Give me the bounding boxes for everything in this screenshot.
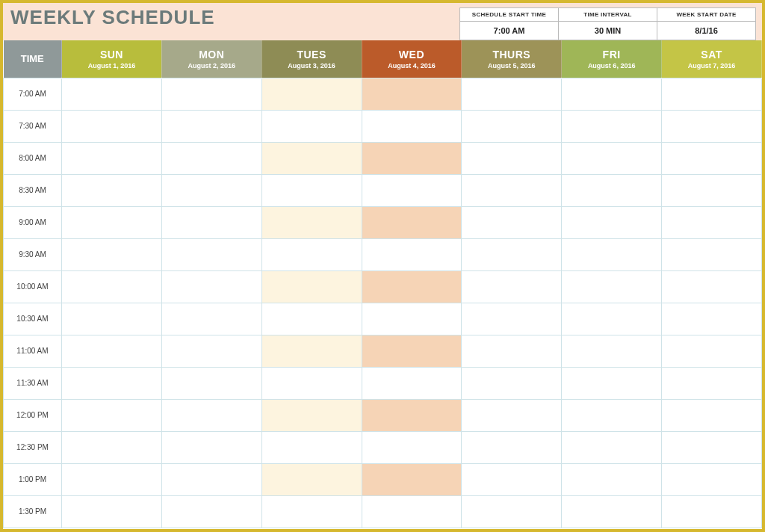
schedule-cell[interactable]	[161, 206, 261, 238]
config-value[interactable]: 8/1/16	[657, 22, 755, 40]
schedule-cell[interactable]	[462, 463, 562, 495]
schedule-cell[interactable]	[562, 335, 662, 367]
schedule-cell[interactable]	[662, 238, 762, 270]
schedule-cell[interactable]	[161, 399, 261, 431]
schedule-cell[interactable]	[562, 206, 662, 238]
schedule-cell[interactable]	[462, 206, 562, 238]
schedule-cell[interactable]	[261, 367, 362, 399]
schedule-cell[interactable]	[62, 495, 162, 528]
config-value[interactable]: 30 MIN	[559, 22, 657, 40]
schedule-cell[interactable]	[462, 495, 562, 528]
schedule-cell[interactable]	[462, 367, 562, 399]
schedule-cell[interactable]	[261, 335, 362, 367]
schedule-cell[interactable]	[362, 110, 462, 142]
schedule-cell[interactable]	[362, 206, 462, 238]
schedule-cell[interactable]	[161, 431, 261, 463]
schedule-cell[interactable]	[62, 399, 162, 431]
schedule-cell[interactable]	[662, 399, 762, 431]
schedule-cell[interactable]	[562, 399, 662, 431]
schedule-cell[interactable]	[562, 78, 662, 110]
schedule-cell[interactable]	[62, 110, 162, 142]
schedule-cell[interactable]	[62, 142, 162, 174]
schedule-cell[interactable]	[462, 399, 562, 431]
schedule-cell[interactable]	[261, 238, 362, 270]
schedule-cell[interactable]	[562, 431, 662, 463]
schedule-cell[interactable]	[62, 463, 162, 495]
schedule-cell[interactable]	[662, 174, 762, 206]
schedule-cell[interactable]	[662, 335, 762, 367]
schedule-cell[interactable]	[562, 463, 662, 495]
schedule-cell[interactable]	[662, 463, 762, 495]
schedule-cell[interactable]	[562, 142, 662, 174]
schedule-cell[interactable]	[161, 270, 261, 303]
schedule-cell[interactable]	[261, 78, 362, 110]
schedule-cell[interactable]	[161, 78, 261, 110]
schedule-cell[interactable]	[562, 495, 662, 528]
schedule-cell[interactable]	[562, 110, 662, 142]
schedule-cell[interactable]	[161, 110, 261, 142]
schedule-cell[interactable]	[662, 431, 762, 463]
schedule-cell[interactable]	[462, 303, 562, 335]
schedule-cell[interactable]	[562, 303, 662, 335]
schedule-cell[interactable]	[362, 431, 462, 463]
schedule-cell[interactable]	[261, 431, 362, 463]
schedule-cell[interactable]	[362, 303, 462, 335]
schedule-cell[interactable]	[62, 367, 162, 399]
schedule-cell[interactable]	[261, 174, 362, 206]
schedule-cell[interactable]	[662, 206, 762, 238]
schedule-cell[interactable]	[662, 142, 762, 174]
schedule-cell[interactable]	[362, 335, 462, 367]
schedule-cell[interactable]	[562, 174, 662, 206]
schedule-cell[interactable]	[462, 142, 562, 174]
schedule-cell[interactable]	[362, 142, 462, 174]
schedule-cell[interactable]	[261, 270, 362, 303]
schedule-cell[interactable]	[562, 270, 662, 303]
schedule-cell[interactable]	[662, 270, 762, 303]
schedule-cell[interactable]	[362, 238, 462, 270]
schedule-cell[interactable]	[261, 303, 362, 335]
schedule-cell[interactable]	[462, 335, 562, 367]
schedule-cell[interactable]	[662, 110, 762, 142]
schedule-cell[interactable]	[462, 174, 562, 206]
schedule-cell[interactable]	[161, 238, 261, 270]
schedule-cell[interactable]	[161, 367, 261, 399]
schedule-cell[interactable]	[62, 238, 162, 270]
schedule-cell[interactable]	[62, 206, 162, 238]
schedule-cell[interactable]	[161, 335, 261, 367]
schedule-cell[interactable]	[62, 335, 162, 367]
schedule-cell[interactable]	[462, 238, 562, 270]
config-value[interactable]: 7:00 AM	[460, 22, 558, 40]
schedule-cell[interactable]	[662, 495, 762, 528]
schedule-cell[interactable]	[161, 463, 261, 495]
schedule-cell[interactable]	[161, 142, 261, 174]
schedule-cell[interactable]	[62, 303, 162, 335]
schedule-cell[interactable]	[261, 399, 362, 431]
schedule-cell[interactable]	[362, 367, 462, 399]
schedule-cell[interactable]	[261, 463, 362, 495]
schedule-cell[interactable]	[62, 270, 162, 303]
schedule-cell[interactable]	[462, 431, 562, 463]
schedule-cell[interactable]	[161, 174, 261, 206]
schedule-cell[interactable]	[161, 303, 261, 335]
schedule-cell[interactable]	[261, 110, 362, 142]
schedule-cell[interactable]	[161, 495, 261, 528]
schedule-cell[interactable]	[662, 78, 762, 110]
schedule-cell[interactable]	[662, 367, 762, 399]
schedule-cell[interactable]	[562, 238, 662, 270]
schedule-cell[interactable]	[462, 270, 562, 303]
schedule-cell[interactable]	[362, 399, 462, 431]
schedule-cell[interactable]	[562, 367, 662, 399]
schedule-cell[interactable]	[62, 174, 162, 206]
schedule-cell[interactable]	[261, 495, 362, 528]
schedule-cell[interactable]	[362, 495, 462, 528]
schedule-cell[interactable]	[261, 206, 362, 238]
schedule-cell[interactable]	[62, 78, 162, 110]
schedule-cell[interactable]	[362, 270, 462, 303]
schedule-cell[interactable]	[362, 78, 462, 110]
schedule-cell[interactable]	[62, 431, 162, 463]
schedule-cell[interactable]	[362, 174, 462, 206]
schedule-cell[interactable]	[462, 110, 562, 142]
schedule-cell[interactable]	[662, 303, 762, 335]
schedule-cell[interactable]	[462, 78, 562, 110]
schedule-cell[interactable]	[362, 463, 462, 495]
